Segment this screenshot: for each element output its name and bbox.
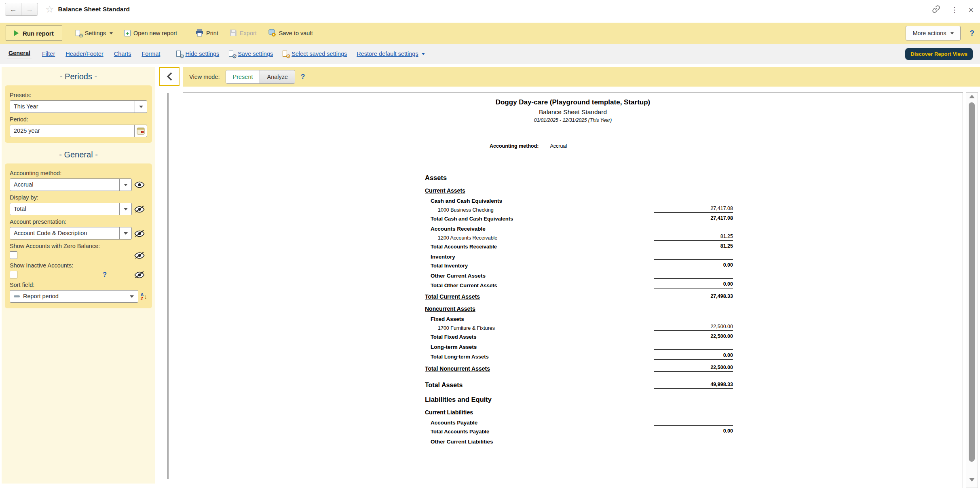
scroll-up-arrow-icon[interactable]: [969, 95, 975, 98]
calendar-icon[interactable]: [134, 125, 147, 137]
report-row-amount: [654, 444, 733, 445]
help-icon[interactable]: ?: [969, 29, 974, 38]
view-mode-analyze-button[interactable]: Analyze: [260, 70, 295, 83]
report-row-amount: 22,500.00: [654, 333, 733, 340]
inactive-accounts-checkbox[interactable]: [10, 271, 17, 278]
report-date-range: 01/01/2025 - 12/31/2025 (This Year): [183, 117, 963, 123]
settings-tab-bar: General Filter Header/Footer Charts Form…: [0, 44, 980, 64]
save-to-vault-button[interactable]: Save to vault: [268, 29, 313, 38]
report-row: Other Current Assets: [425, 273, 733, 279]
scroll-down-arrow-icon[interactable]: [969, 478, 975, 482]
report-row: Total Current Assets27,498.33: [425, 293, 733, 300]
favorite-star-icon[interactable]: ☆: [45, 3, 54, 15]
report-row: 1000 Business Checking27,417.08: [425, 206, 733, 213]
report-table: AssetsCurrent AssetsCash and Cash Equiva…: [425, 174, 733, 445]
sort-az-icon[interactable]: AZ ↓: [141, 293, 147, 301]
report-scrollbar[interactable]: [966, 92, 978, 488]
report-row-label: Total Current Assets: [425, 293, 654, 300]
report-row-amount: [654, 424, 733, 426]
tab-header-footer[interactable]: Header/Footer: [65, 51, 103, 57]
hide-settings-link[interactable]: ⚙ Hide settings: [176, 51, 219, 57]
report-row-amount: [654, 415, 733, 416]
tab-general[interactable]: General: [7, 49, 32, 59]
restore-default-settings-link[interactable]: Restore default settings: [357, 51, 425, 57]
tab-filter[interactable]: Filter: [42, 51, 55, 57]
copy-link-icon[interactable]: [932, 5, 940, 15]
report-toolbar: Run report ⚙ Settings + Open new report …: [0, 23, 980, 44]
dropdown-arrow-icon[interactable]: [126, 291, 138, 302]
close-icon[interactable]: ×: [968, 6, 974, 14]
report-row-label: Fixed Assets: [425, 316, 654, 322]
eye-icon[interactable]: [132, 181, 147, 188]
eye-off-icon[interactable]: [132, 206, 147, 213]
report-row-amount: [654, 403, 733, 403]
settings-menu-button[interactable]: ⚙ Settings: [76, 30, 113, 37]
accounting-method-select[interactable]: Accrual: [10, 178, 132, 191]
display-by-select[interactable]: Total: [10, 203, 132, 215]
report-row-amount: 81.25: [654, 233, 733, 241]
inactive-accounts-label: Show Inactive Accounts:: [10, 262, 147, 269]
forward-button[interactable]: →: [21, 3, 38, 15]
run-report-button[interactable]: Run report: [6, 25, 62, 41]
eye-off-icon[interactable]: [132, 230, 147, 237]
period-input[interactable]: 2025 year: [10, 125, 147, 137]
report-row-amount: 22,500.00: [654, 365, 733, 372]
report-row-amount: [654, 311, 733, 312]
report-row: 1700 Furniture & Fixtures22,500.00: [425, 324, 733, 331]
settings-sidebar: - Periods - Presets: This Year Period: 2…: [2, 67, 155, 484]
dropdown-arrow-icon[interactable]: [119, 179, 131, 191]
save-settings-link[interactable]: ⚙ Save settings: [229, 51, 273, 57]
report-row-amount: [654, 321, 733, 322]
dropdown-arrow-icon[interactable]: [119, 203, 131, 215]
report-row: Inventory: [425, 254, 733, 260]
view-mode-help-icon[interactable]: ?: [301, 73, 305, 81]
select-saved-settings-gear-icon: ⚙: [283, 51, 289, 57]
sort-field-select[interactable]: Report period: [10, 290, 138, 303]
back-button[interactable]: ←: [5, 3, 21, 15]
discover-report-views-badge[interactable]: Discover Report Views: [905, 48, 973, 60]
forward-icon: →: [26, 5, 33, 14]
report-row-amount: 49,998.33: [654, 382, 733, 389]
periods-panel: Presets: This Year Period: 2025 year: [5, 85, 152, 143]
report-row-amount: 27,417.08: [654, 215, 733, 222]
dropdown-arrow-icon[interactable]: [135, 101, 147, 112]
report-row: Accounts Receivable: [425, 226, 733, 232]
report-row-amount: 81.25: [654, 243, 733, 250]
eye-off-icon[interactable]: [132, 252, 147, 259]
view-mode-present-button[interactable]: Present: [226, 70, 260, 83]
kebab-menu-icon[interactable]: ⋮: [951, 6, 958, 14]
report-row-amount: [654, 348, 733, 350]
scrollbar-thumb[interactable]: [969, 102, 975, 462]
hide-settings-gear-icon: ⚙: [176, 51, 183, 57]
report-row-label: Liabilities and Equity: [425, 396, 654, 403]
report-row-label: 1700 Furniture & Fixtures: [425, 325, 654, 331]
export-floppy-icon: [230, 29, 237, 38]
collapse-sidebar-button[interactable]: [159, 67, 180, 86]
more-actions-button[interactable]: More actions: [906, 26, 961, 40]
nav-button-group: ← →: [5, 3, 38, 16]
sidebar-splitter[interactable]: [167, 93, 169, 479]
account-presentation-label: Account presentation:: [10, 219, 147, 225]
chevron-down-icon: [950, 32, 954, 34]
export-button[interactable]: Export: [230, 29, 257, 38]
save-settings-gear-icon: ⚙: [229, 51, 235, 57]
report-row-amount: [654, 181, 733, 182]
account-presentation-select[interactable]: Account Code & Description: [10, 227, 132, 240]
view-mode-bar: View mode: Present Analyze ?: [183, 67, 980, 87]
report-row: Total Inventory0.00: [425, 262, 733, 269]
report-row: Total Accounts Payable0.00: [425, 428, 733, 435]
eye-off-icon[interactable]: [132, 271, 147, 278]
report-row: Total Accounts Receivable81.25: [425, 243, 733, 250]
tab-charts[interactable]: Charts: [114, 51, 131, 57]
print-button[interactable]: Print: [196, 29, 218, 38]
report-row-amount: [654, 277, 733, 279]
inactive-help-icon[interactable]: ?: [103, 271, 107, 278]
select-saved-settings-link[interactable]: ⚙ Select saved settings: [283, 51, 347, 57]
dropdown-arrow-icon[interactable]: [119, 227, 131, 239]
report-row: Noncurrent Assets: [425, 306, 733, 312]
zero-balance-checkbox[interactable]: [10, 251, 17, 259]
open-new-report-button[interactable]: + Open new report: [124, 30, 177, 36]
presets-select[interactable]: This Year: [10, 100, 147, 113]
tab-format[interactable]: Format: [142, 51, 160, 57]
report-row-amount: 27,417.08: [654, 206, 733, 213]
